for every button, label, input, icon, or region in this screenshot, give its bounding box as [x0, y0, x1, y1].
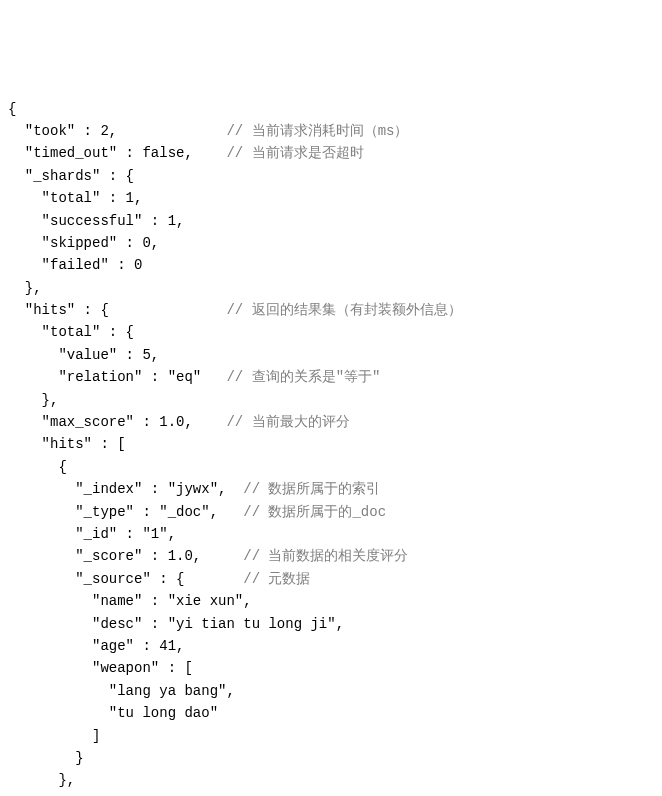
code-line: "took" : 2, // 当前请求消耗时间（ms）	[8, 120, 654, 142]
code-line: "_type" : "_doc", // 数据所属于的_doc	[8, 501, 654, 523]
code-line: {	[8, 98, 654, 120]
code-line: "_index" : "jywx", // 数据所属于的索引	[8, 478, 654, 500]
code-line: "skipped" : 0,	[8, 232, 654, 254]
code-line: "hits" : { // 返回的结果集（有封装额外信息）	[8, 299, 654, 321]
code-line: "timed_out" : false, // 当前请求是否超时	[8, 142, 654, 164]
code-line: },	[8, 277, 654, 299]
code-line: "name" : "xie xun",	[8, 590, 654, 612]
code-line: "value" : 5,	[8, 344, 654, 366]
code-line: "total" : {	[8, 321, 654, 343]
code-line: }	[8, 747, 654, 769]
code-line: "failed" : 0	[8, 254, 654, 276]
code-line: "successful" : 1,	[8, 210, 654, 232]
code-line: {	[8, 792, 654, 796]
code-line: {	[8, 456, 654, 478]
code-line: "weapon" : [	[8, 657, 654, 679]
code-block: { "took" : 2, // 当前请求消耗时间（ms） "timed_out…	[8, 98, 654, 796]
code-line: "_id" : "1",	[8, 523, 654, 545]
code-line: },	[8, 769, 654, 791]
code-line: "max_score" : 1.0, // 当前最大的评分	[8, 411, 654, 433]
code-line: "age" : 41,	[8, 635, 654, 657]
code-line: "tu long dao"	[8, 702, 654, 724]
code-line: "desc" : "yi tian tu long ji",	[8, 613, 654, 635]
code-line: "_shards" : {	[8, 165, 654, 187]
code-line: "hits" : [	[8, 433, 654, 455]
code-line: },	[8, 389, 654, 411]
code-line: "total" : 1,	[8, 187, 654, 209]
code-line: "_score" : 1.0, // 当前数据的相关度评分	[8, 545, 654, 567]
code-line: "relation" : "eq" // 查询的关系是"等于"	[8, 366, 654, 388]
code-line: ]	[8, 725, 654, 747]
code-line: "_source" : { // 元数据	[8, 568, 654, 590]
code-line: "lang ya bang",	[8, 680, 654, 702]
